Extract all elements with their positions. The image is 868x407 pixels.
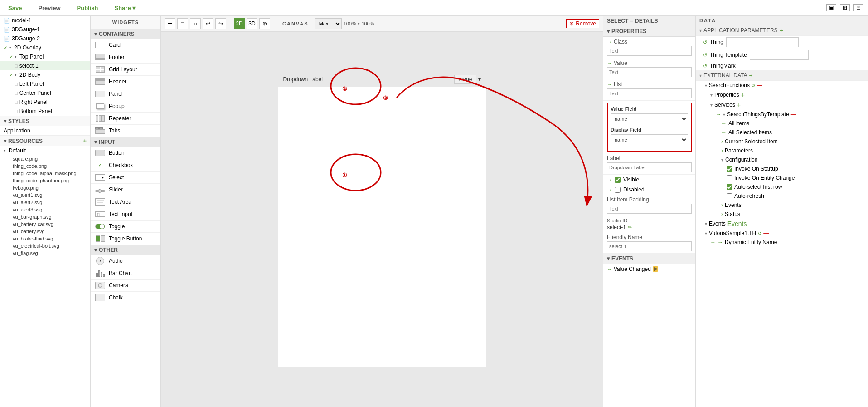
widget-audio[interactable]: ♪ Audio bbox=[91, 255, 160, 267]
search-things-row[interactable]: → ▾ SearchThingsByTemplate — bbox=[696, 110, 868, 119]
remove-icon[interactable]: — bbox=[791, 111, 796, 118]
auto-select-checkbox[interactable] bbox=[727, 184, 732, 190]
remove-icon[interactable]: — bbox=[763, 230, 769, 236]
save-button[interactable]: Save bbox=[5, 3, 25, 13]
thing-input[interactable] bbox=[726, 37, 799, 47]
events-add[interactable]: Events bbox=[727, 220, 747, 227]
resource-thing-code[interactable]: thing_code.png bbox=[0, 162, 90, 170]
configuration-row[interactable]: ▾ Configuration bbox=[696, 155, 868, 164]
resource-vu-brake-fluid[interactable]: vu_brake-fluid.svg bbox=[0, 235, 90, 242]
widget-tabs[interactable]: Tabs bbox=[91, 125, 160, 137]
widget-grid-layout[interactable]: Grid Layout bbox=[91, 64, 160, 76]
sf-services-add[interactable]: + bbox=[737, 101, 741, 108]
resource-square[interactable]: square.png bbox=[0, 155, 90, 162]
events-section-header[interactable]: ▾ EVENTS bbox=[603, 254, 695, 264]
sf-status-row[interactable]: › Status bbox=[696, 210, 868, 219]
widget-repeater[interactable]: Repeater bbox=[91, 113, 160, 125]
invoke-on-entity-change-checkbox[interactable] bbox=[727, 175, 732, 181]
widget-camera[interactable]: Camera bbox=[91, 280, 160, 292]
widget-textinput[interactable]: T| Text Input bbox=[91, 208, 160, 221]
sidebar-item-2doverlay[interactable]: ✔ ▾ 2D Overlay bbox=[0, 43, 90, 52]
sidebar-item-bottompanel[interactable]: □ Bottom Panel bbox=[0, 107, 90, 116]
3d-mode-button[interactable]: 3D bbox=[247, 18, 257, 29]
sf-services-row[interactable]: ▾ Services + bbox=[696, 100, 868, 110]
sidebar-item-rightpanel[interactable]: □ Right Panel bbox=[0, 98, 90, 107]
widget-panel[interactable]: Panel bbox=[91, 88, 160, 100]
sidebar-item-centerpanel[interactable]: □ Center Panel bbox=[0, 88, 90, 98]
2d-mode-button[interactable]: 2D bbox=[234, 18, 245, 29]
studio-id-edit-icon[interactable]: ✏ bbox=[628, 225, 632, 230]
layout-icon-1[interactable]: ▣ bbox=[826, 4, 836, 11]
dynamic-entity-row[interactable]: → → Dynamic Entity Name bbox=[696, 238, 868, 247]
list-input[interactable] bbox=[607, 88, 692, 98]
auto-refresh-checkbox[interactable] bbox=[727, 193, 732, 199]
events-row[interactable]: ▾ Events Events bbox=[696, 219, 868, 229]
cursor-tool[interactable]: ✛ bbox=[165, 18, 175, 29]
overlay-button[interactable]: ⊕ bbox=[259, 18, 270, 29]
other-section-header[interactable]: ▾ OTHER bbox=[91, 245, 160, 255]
class-input[interactable] bbox=[607, 46, 692, 56]
vuforia-sample-row[interactable]: ▾ VuforiaSample1.TH ↺ — bbox=[696, 229, 868, 238]
sidebar-item-default[interactable]: ▾ Default bbox=[0, 146, 90, 155]
share-button[interactable]: Share ▾ bbox=[111, 3, 139, 13]
widget-checkbox[interactable]: ✔ Checkbox bbox=[91, 159, 160, 172]
widget-slider[interactable]: Slider bbox=[91, 184, 160, 196]
external-data-header[interactable]: ▾ EXTERNAL DATA + bbox=[696, 70, 868, 81]
sidebar-item-model1[interactable]: 📄 model-1 bbox=[0, 16, 90, 25]
sf-properties-add[interactable]: + bbox=[741, 91, 745, 98]
display-field-select[interactable]: name bbox=[611, 134, 688, 145]
parameters-row[interactable]: › Parameters bbox=[696, 146, 868, 155]
widget-card[interactable]: Card bbox=[91, 39, 160, 51]
sidebar-item-3dgauge2[interactable]: 📄 3DGauge-2 bbox=[0, 34, 90, 43]
layout-icon-3[interactable]: ⊟ bbox=[853, 4, 863, 11]
redo-button[interactable]: ↪ bbox=[215, 18, 226, 29]
invoke-on-startup-checkbox[interactable] bbox=[727, 166, 732, 172]
pan-tool[interactable]: ○ bbox=[190, 18, 201, 29]
properties-section-header[interactable]: ▾ PROPERTIES bbox=[603, 26, 695, 37]
widget-barchart[interactable]: Bar Chart bbox=[91, 267, 160, 280]
select-tool[interactable]: □ bbox=[177, 18, 188, 29]
app-params-add-button[interactable]: + bbox=[780, 27, 783, 34]
value-field-select[interactable]: name bbox=[611, 113, 688, 124]
containers-section-header[interactable]: ▾ CONTAINERS bbox=[91, 29, 160, 39]
value-input[interactable] bbox=[607, 67, 692, 77]
resource-twlogo[interactable]: twLogo.png bbox=[0, 184, 90, 191]
widget-textarea[interactable]: Text Area bbox=[91, 196, 160, 208]
list-item-padding-input[interactable] bbox=[607, 204, 692, 214]
value-changed-event[interactable]: ↔ Value Changed js bbox=[603, 264, 695, 274]
resource-vu-alert2[interactable]: vu_alert2.svg bbox=[0, 199, 90, 206]
sf-properties-row[interactable]: ▾ Properties + bbox=[696, 90, 868, 100]
thing-template-input[interactable] bbox=[750, 50, 809, 60]
sf-events-row[interactable]: › Events bbox=[696, 201, 868, 210]
widget-button[interactable]: Button bbox=[91, 147, 160, 159]
dimension-select[interactable]: Max 100% 75% 50% bbox=[315, 18, 342, 29]
sidebar-item-3dgauge1[interactable]: 📄 3DGauge-1 bbox=[0, 25, 90, 34]
sidebar-item-leftpanel[interactable]: □ Left Panel bbox=[0, 79, 90, 88]
publish-button[interactable]: Publish bbox=[73, 3, 102, 13]
undo-button[interactable]: ↩ bbox=[203, 18, 213, 29]
label-input[interactable] bbox=[607, 162, 692, 172]
resources-add-button[interactable]: + bbox=[83, 137, 87, 144]
widget-select[interactable]: ▾ Select bbox=[91, 172, 160, 184]
app-params-header[interactable]: ▾ APPLICATION PARAMETERS + bbox=[696, 25, 868, 36]
search-functions-row[interactable]: ▾ SearchFunctions ↺ — bbox=[696, 81, 868, 90]
styles-section[interactable]: ▾ STYLES bbox=[0, 116, 90, 126]
remove-icon[interactable]: — bbox=[757, 82, 762, 88]
sidebar-item-2dbody[interactable]: ✔ ▾ 2D Body bbox=[0, 70, 90, 79]
resource-vu-battery-car[interactable]: vu_battery-car.svg bbox=[0, 221, 90, 228]
preview-button[interactable]: Preview bbox=[34, 3, 64, 13]
visible-checkbox[interactable] bbox=[615, 177, 621, 183]
sidebar-item-select1[interactable]: □ select-1 bbox=[0, 61, 90, 70]
sidebar-item-application[interactable]: Application bbox=[0, 126, 90, 135]
resource-vu-alert1[interactable]: vu_alert1.svg bbox=[0, 191, 90, 199]
resource-vu-alert3[interactable]: vu_alert3.svg bbox=[0, 206, 90, 213]
all-items-row[interactable]: ← All Items bbox=[696, 119, 868, 128]
external-data-add-button[interactable]: + bbox=[749, 72, 752, 79]
sidebar-item-toppanel[interactable]: ✔ ▾ Top Panel bbox=[0, 52, 90, 61]
resource-thing-code-alpha[interactable]: thing_code_alpha_mask.png bbox=[0, 170, 90, 177]
disabled-checkbox[interactable] bbox=[615, 187, 621, 193]
widget-toggle[interactable]: Toggle bbox=[91, 221, 160, 233]
widget-popup[interactable]: Popup bbox=[91, 100, 160, 113]
resource-vu-battery[interactable]: vu_battery.svg bbox=[0, 228, 90, 235]
resource-vu-flag[interactable]: vu_flag.svg bbox=[0, 250, 90, 257]
